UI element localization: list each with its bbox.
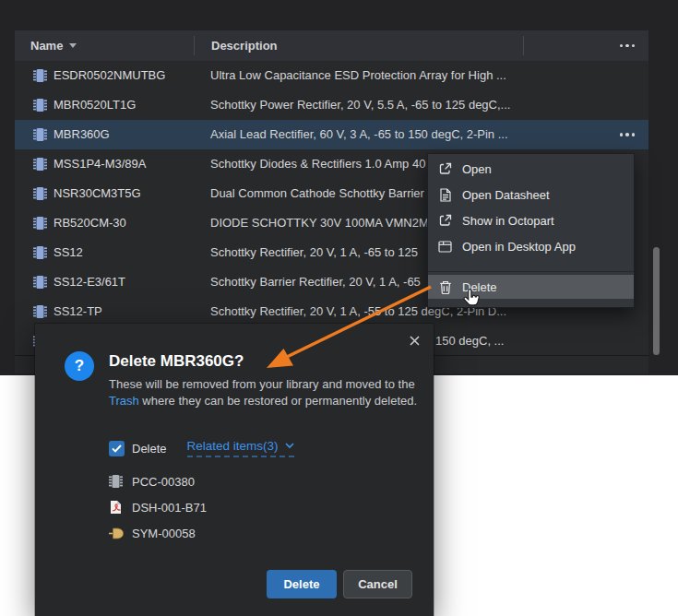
trash-link[interactable]: Trash xyxy=(109,394,139,408)
component-description: Schottky Rectifier, 20 V, 1 A, -65 to 12… xyxy=(210,238,418,267)
column-divider[interactable] xyxy=(523,36,524,55)
menu-item-label: Open xyxy=(462,162,492,176)
component-chip-icon xyxy=(33,98,47,116)
component-chip-icon xyxy=(33,216,47,234)
component-name: RB520CM-30 xyxy=(54,208,126,238)
component-name: SS12-TP xyxy=(54,297,102,326)
body-text-before: These will be removed from your library … xyxy=(109,377,415,391)
component-description: DIODE SCHOTTKY 30V 100MA VMN2M xyxy=(210,208,429,238)
related-item-name: DSH-001-B71 xyxy=(132,501,207,515)
component-chip-icon xyxy=(33,186,47,205)
vertical-scrollbar-thumb[interactable] xyxy=(653,247,660,355)
table-row[interactable]: MBR0520LT1G Schottky Power Rectifier, 20… xyxy=(15,90,648,120)
component-description: Ultra Low Capacitance ESD Protection Arr… xyxy=(210,61,506,90)
component-name: SS12-E3/61T xyxy=(54,267,125,297)
component-name: MBR0520LT1G xyxy=(54,90,136,120)
component-chip-icon xyxy=(33,304,47,323)
component-chip-icon xyxy=(109,474,125,489)
column-header-name-label: Name xyxy=(30,30,63,61)
component-chip-icon xyxy=(33,68,47,87)
component-chip-icon xyxy=(33,127,47,146)
ellipsis-icon xyxy=(620,44,624,48)
column-divider[interactable] xyxy=(194,36,195,55)
body-text-after: where they can be restored or permanentl… xyxy=(139,394,417,408)
desktop-app-icon xyxy=(438,241,452,253)
list-item[interactable]: SYM-00058 xyxy=(109,520,207,546)
menu-separator xyxy=(428,271,634,272)
related-item-name: PCC-00380 xyxy=(132,475,195,489)
component-chip-icon xyxy=(33,275,47,293)
component-name: MBR360G xyxy=(54,120,110,149)
sort-caret-icon xyxy=(69,43,77,48)
open-external-icon xyxy=(438,162,452,175)
help-question-icon: ? xyxy=(65,351,94,381)
menu-item-label: Open in Desktop App xyxy=(462,240,576,254)
menu-item-open[interactable]: Open xyxy=(428,156,634,182)
component-name: ESDR0502NMUTBG xyxy=(54,61,165,90)
menu-item-delete[interactable]: Delete xyxy=(428,275,634,299)
list-item[interactable]: PCC-00380 xyxy=(109,468,207,494)
table-row[interactable]: ESDR0502NMUTBG Ultra Low Capacitance ESD… xyxy=(15,61,648,90)
pdf-datasheet-icon xyxy=(109,500,125,515)
component-description-clipped: 150 degC, ... xyxy=(435,326,504,356)
row-options-button[interactable] xyxy=(620,120,636,149)
dialog-title: Delete MBR360G? xyxy=(109,352,244,371)
menu-item-open-in-desktop-app[interactable]: Open in Desktop App xyxy=(428,233,634,259)
menu-item-show-in-octopart[interactable]: Show in Octopart xyxy=(428,207,634,233)
delete-checkbox-label: Delete xyxy=(132,442,167,456)
component-name: MSS1P4-M3/89A xyxy=(54,149,146,179)
related-items-link[interactable]: Related items(3) xyxy=(187,439,294,457)
table-header-row: Name Description xyxy=(15,30,648,61)
menu-item-label: Delete xyxy=(462,280,497,294)
component-description: Schottky Power Rectifier, 20 V, 5.5 A, -… xyxy=(210,90,510,120)
component-description: Axial Lead Rectifier, 60 V, 3 A, -65 to … xyxy=(210,120,508,149)
ellipsis-icon xyxy=(620,133,624,136)
component-description: Dual Common Cathode Schottky Barrier xyxy=(210,179,424,208)
close-icon xyxy=(410,336,420,346)
cancel-button[interactable]: Cancel xyxy=(343,570,412,598)
list-item[interactable]: DSH-001-B71 xyxy=(109,494,207,520)
delete-confirmation-dialog: ? Delete MBR360G? These will be removed … xyxy=(35,324,434,616)
column-header-description[interactable]: Description xyxy=(211,30,278,61)
datasheet-icon xyxy=(438,188,452,202)
dialog-body-text: These will be removed from your library … xyxy=(109,376,435,409)
chevron-down-icon xyxy=(285,443,294,449)
column-header-name[interactable]: Name xyxy=(30,30,77,61)
menu-item-label: Show in Octopart xyxy=(462,214,554,228)
checkmark-icon xyxy=(112,444,122,453)
schematic-symbol-icon xyxy=(109,527,125,540)
component-name: SS12 xyxy=(54,238,83,267)
component-chip-icon xyxy=(33,157,47,175)
dialog-close-button[interactable] xyxy=(407,333,422,348)
open-external-icon xyxy=(438,214,452,227)
table-row-selected[interactable]: MBR360G Axial Lead Rectifier, 60 V, 3 A,… xyxy=(15,120,648,149)
delete-checkbox-row: Delete Related items(3) xyxy=(109,440,294,456)
component-description: Schottky Diodes & Rectifiers 1.0 Amp 40 xyxy=(210,149,425,179)
menu-item-open-datasheet[interactable]: Open Datasheet xyxy=(428,182,634,207)
delete-checkbox[interactable] xyxy=(109,441,125,456)
table-options-button[interactable] xyxy=(620,30,636,61)
component-description: Schottky Barrier Rectifier, 20 V, 1 A, -… xyxy=(210,267,421,297)
column-header-description-label: Description xyxy=(211,39,278,53)
related-items-list: PCC-00380 DSH-001-B71 SYM-00058 xyxy=(109,468,207,546)
related-item-name: SYM-00058 xyxy=(132,527,196,540)
delete-button[interactable]: Delete xyxy=(267,570,337,598)
row-context-menu: Open Open Datasheet Show in Octopart Ope… xyxy=(427,153,635,308)
menu-item-label: Open Datasheet xyxy=(462,188,550,202)
component-chip-icon xyxy=(33,245,47,264)
component-name: NSR30CM3T5G xyxy=(54,179,141,208)
trash-icon xyxy=(438,280,452,294)
